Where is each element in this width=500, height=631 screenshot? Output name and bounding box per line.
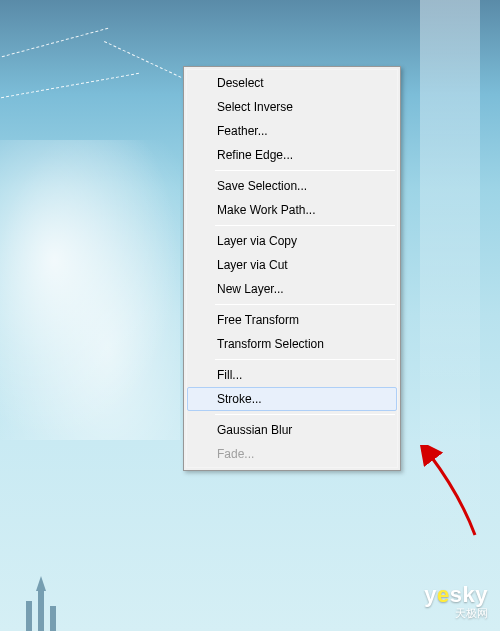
menu-item-label: Layer via Cut: [217, 258, 288, 272]
menu-item-label: Make Work Path...: [217, 203, 315, 217]
svg-marker-3: [36, 576, 46, 591]
menu-item-deselect[interactable]: Deselect: [187, 71, 397, 95]
menu-item-gaussian-blur[interactable]: Gaussian Blur: [187, 418, 397, 442]
menu-item-label: Deselect: [217, 76, 264, 90]
svg-rect-0: [26, 601, 32, 631]
menu-item-stroke[interactable]: Stroke...: [187, 387, 397, 411]
menu-item-label: Fade...: [217, 447, 254, 461]
watermark-brand: yesky: [424, 582, 488, 608]
menu-item-label: Stroke...: [217, 392, 262, 406]
menu-separator: [215, 304, 395, 305]
menu-item-label: Layer via Copy: [217, 234, 297, 248]
menu-item-label: Select Inverse: [217, 100, 293, 114]
menu-item-label: Fill...: [217, 368, 242, 382]
menu-item-fade: Fade...: [187, 442, 397, 466]
marching-ants-selection: [1, 73, 139, 98]
menu-item-free-transform[interactable]: Free Transform: [187, 308, 397, 332]
menu-item-transform-selection[interactable]: Transform Selection: [187, 332, 397, 356]
menu-item-make-work-path[interactable]: Make Work Path...: [187, 198, 397, 222]
menu-separator: [215, 414, 395, 415]
background-light-beam: [420, 0, 480, 631]
menu-separator: [215, 225, 395, 226]
menu-item-save-selection[interactable]: Save Selection...: [187, 174, 397, 198]
background-structure: [18, 571, 68, 631]
menu-item-label: Transform Selection: [217, 337, 324, 351]
watermark-subtitle: 天极网: [424, 606, 488, 621]
menu-item-label: Refine Edge...: [217, 148, 293, 162]
svg-rect-2: [50, 606, 56, 631]
watermark-text: sky: [450, 582, 488, 607]
menu-item-label: Save Selection...: [217, 179, 307, 193]
menu-item-layer-via-copy[interactable]: Layer via Copy: [187, 229, 397, 253]
menu-item-label: Feather...: [217, 124, 268, 138]
menu-separator: [215, 359, 395, 360]
context-menu: DeselectSelect InverseFeather...Refine E…: [183, 66, 401, 471]
menu-item-layer-via-cut[interactable]: Layer via Cut: [187, 253, 397, 277]
watermark-text: e: [437, 582, 450, 607]
svg-rect-1: [38, 591, 44, 631]
menu-item-refine-edge[interactable]: Refine Edge...: [187, 143, 397, 167]
marching-ants-selection: [2, 28, 109, 57]
menu-item-feather[interactable]: Feather...: [187, 119, 397, 143]
watermark-text: y: [424, 582, 437, 607]
menu-item-new-layer[interactable]: New Layer...: [187, 277, 397, 301]
menu-item-label: New Layer...: [217, 282, 284, 296]
menu-separator: [215, 170, 395, 171]
marching-ants-selection: [104, 41, 186, 80]
menu-item-select-inverse[interactable]: Select Inverse: [187, 95, 397, 119]
watermark: yesky 天极网: [424, 582, 488, 621]
menu-item-fill[interactable]: Fill...: [187, 363, 397, 387]
menu-item-label: Free Transform: [217, 313, 299, 327]
background-clouds: [0, 140, 180, 440]
menu-item-label: Gaussian Blur: [217, 423, 292, 437]
